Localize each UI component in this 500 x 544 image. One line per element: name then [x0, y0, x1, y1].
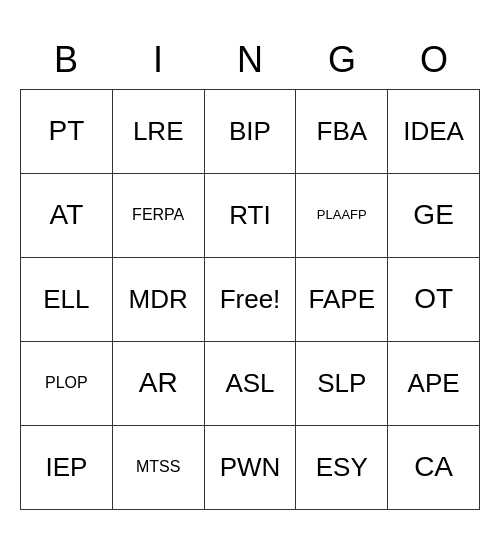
bingo-cell: ESY	[296, 426, 388, 510]
bingo-cell: FBA	[296, 90, 388, 174]
bingo-card: BINGO PTLREBIPFBAIDEAATFERPARTIPLAAFPGEE…	[20, 35, 480, 510]
header-letter: N	[204, 35, 296, 85]
cell-label: Free!	[220, 285, 281, 314]
bingo-cell: MTSS	[113, 426, 205, 510]
bingo-header: BINGO	[20, 35, 480, 85]
cell-label: PT	[49, 116, 85, 147]
cell-label: APE	[408, 369, 460, 398]
bingo-cell: PLAAFP	[296, 174, 388, 258]
bingo-cell: SLP	[296, 342, 388, 426]
bingo-cell: Free!	[205, 258, 297, 342]
cell-label: LRE	[133, 117, 184, 146]
cell-label: FAPE	[309, 285, 375, 314]
bingo-cell: FAPE	[296, 258, 388, 342]
cell-label: SLP	[317, 369, 366, 398]
bingo-cell: AR	[113, 342, 205, 426]
cell-label: CA	[414, 452, 453, 483]
cell-label: ESY	[316, 453, 368, 482]
cell-label: MTSS	[136, 458, 180, 476]
cell-label: BIP	[229, 117, 271, 146]
bingo-cell: RTI	[205, 174, 297, 258]
bingo-cell: ASL	[205, 342, 297, 426]
bingo-cell: AT	[21, 174, 113, 258]
cell-label: PLOP	[45, 374, 88, 392]
bingo-cell: BIP	[205, 90, 297, 174]
bingo-cell: ELL	[21, 258, 113, 342]
cell-label: ELL	[43, 285, 89, 314]
cell-label: OT	[414, 284, 453, 315]
bingo-cell: LRE	[113, 90, 205, 174]
bingo-cell: PLOP	[21, 342, 113, 426]
cell-label: IDEA	[403, 117, 464, 146]
header-letter: O	[388, 35, 480, 85]
cell-label: AR	[139, 368, 178, 399]
bingo-cell: IEP	[21, 426, 113, 510]
header-letter: B	[20, 35, 112, 85]
bingo-cell: APE	[388, 342, 480, 426]
cell-label: PWN	[220, 453, 281, 482]
bingo-cell: PWN	[205, 426, 297, 510]
header-letter: I	[112, 35, 204, 85]
bingo-cell: PT	[21, 90, 113, 174]
cell-label: FERPA	[132, 206, 184, 224]
bingo-cell: FERPA	[113, 174, 205, 258]
cell-label: RTI	[229, 201, 270, 230]
bingo-cell: MDR	[113, 258, 205, 342]
bingo-cell: OT	[388, 258, 480, 342]
bingo-grid: PTLREBIPFBAIDEAATFERPARTIPLAAFPGEELLMDRF…	[20, 89, 480, 510]
cell-label: MDR	[129, 285, 188, 314]
bingo-cell: GE	[388, 174, 480, 258]
cell-label: ASL	[225, 369, 274, 398]
bingo-cell: IDEA	[388, 90, 480, 174]
cell-label: GE	[413, 200, 453, 231]
cell-label: FBA	[317, 117, 368, 146]
bingo-cell: CA	[388, 426, 480, 510]
cell-label: AT	[50, 200, 84, 231]
cell-label: PLAAFP	[317, 208, 367, 222]
header-letter: G	[296, 35, 388, 85]
cell-label: IEP	[45, 453, 87, 482]
